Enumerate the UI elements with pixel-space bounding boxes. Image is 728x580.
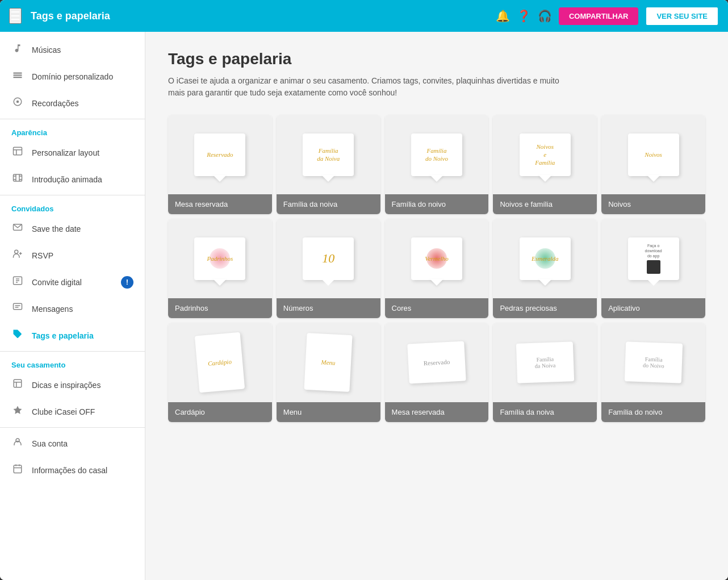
svg-rect-1 — [14, 74, 22, 76]
tag-icon — [11, 329, 24, 342]
sidebar-item-conta[interactable]: Sua conta — [0, 430, 145, 457]
sidebar-item-recordacoes[interactable]: Recordações — [0, 90, 145, 116]
card-cardapio[interactable]: Cardápio Cardápio — [168, 323, 272, 422]
app-header: ☰ Tags e papelaria 🔔 ❓ 🎧 COMPARTILHAR VE… — [0, 0, 728, 32]
card-familia-noiva-flat[interactable]: Famíliada Noiva Família da noiva — [493, 323, 597, 422]
section-convidados: Convidados — [0, 198, 145, 215]
svg-rect-2 — [14, 77, 22, 78]
card-noivos-familia[interactable]: NoivoseFamília Noivos e família — [493, 115, 597, 214]
sidebar-item-savethedate[interactable]: Save the date — [0, 215, 145, 242]
section-aparencia: Aparência — [0, 122, 145, 139]
recordacoes-icon — [11, 97, 24, 110]
card-label: Mesa reservada — [385, 402, 489, 422]
card-label: Padrinhos — [168, 298, 272, 318]
svg-marker-30 — [14, 406, 22, 414]
cards-row-3: Cardápio Cardápio Menu Menu — [168, 323, 705, 422]
ver-site-button[interactable]: VER SEU SITE — [645, 6, 719, 26]
card-mesa-reservada[interactable]: Reservado Mesa reservada — [168, 115, 272, 214]
envelope-icon — [11, 222, 24, 235]
cards-row-2: Padrinhos Padrinhos 10 Números — [168, 219, 705, 318]
convite-badge: ! — [121, 276, 133, 289]
card-label: Noivos — [601, 194, 705, 214]
layout-icon — [11, 146, 24, 159]
card-pedras[interactable]: Esmeralda Pedras preciosas — [493, 219, 597, 318]
page-title: Tags e papelaria — [168, 50, 705, 68]
card-label: Família da noiva — [493, 402, 597, 422]
sidebar-item-musicas[interactable]: Músicas — [0, 36, 145, 63]
svg-point-4 — [16, 101, 19, 103]
card-label: Pedras preciosas — [493, 298, 597, 318]
calendar-icon — [11, 464, 24, 477]
header-title: Tags e papelaria — [31, 10, 487, 22]
card-noivos[interactable]: Noivos Noivos — [601, 115, 705, 214]
main-content: Tags e papelaria O iCasei te ajuda a org… — [145, 32, 728, 580]
cards-row-1: Reservado Mesa reservada Famíliada Noiva… — [168, 115, 705, 214]
card-label: Família da noiva — [277, 194, 380, 214]
convite-icon — [11, 276, 24, 289]
card-label: Números — [277, 298, 380, 318]
card-label: Noivos e família — [493, 194, 597, 214]
menu-icon[interactable]: ☰ — [9, 8, 22, 24]
account-icon — [11, 437, 24, 450]
sidebar-item-dicas[interactable]: Dicas e inspirações — [0, 372, 145, 398]
sidebar-item-mensagens[interactable]: Mensagens — [0, 295, 145, 322]
person-add-icon — [11, 249, 24, 262]
sidebar-item-dominio[interactable]: Domínio personalizado — [0, 63, 145, 90]
svg-rect-5 — [14, 147, 22, 155]
card-padrinhos[interactable]: Padrinhos Padrinhos — [168, 219, 272, 318]
sidebar-item-informacoes[interactable]: Informações do casal — [0, 457, 145, 483]
card-familia-noiva-1[interactable]: Famíliada Noiva Família da noiva — [277, 115, 380, 214]
card-label: Mesa reservada — [168, 194, 272, 214]
page-description: O iCasei te ajuda a organizar e animar o… — [168, 75, 577, 99]
card-cores[interactable]: Vermelho Cores — [385, 219, 489, 318]
sidebar-item-convite[interactable]: Convite digital ! — [0, 269, 145, 295]
film-icon — [11, 173, 24, 186]
svg-rect-0 — [14, 73, 22, 74]
sidebar-item-rsvp[interactable]: RSVP — [0, 242, 145, 269]
domain-icon — [11, 70, 24, 83]
card-label: Cardápio — [168, 402, 272, 422]
card-mesa-reservada-flat[interactable]: Reservado Mesa reservada — [385, 323, 489, 422]
notification-icon[interactable]: 🔔 — [496, 9, 510, 23]
sidebar-item-personalizar[interactable]: Personalizar layout — [0, 139, 145, 166]
sidebar: Músicas Domínio personalizado Recordaçõe… — [0, 32, 145, 580]
header-icons: 🔔 ❓ 🎧 COMPARTILHAR VER SEU SITE — [496, 6, 719, 26]
card-label: Família do noivo — [601, 402, 705, 422]
svg-rect-32 — [14, 465, 22, 473]
card-label: Aplicativo — [601, 298, 705, 318]
card-familia-noivo-flat[interactable]: Famíliado Noivo Família do noivo — [601, 323, 705, 422]
section-casamento: Seu casamento — [0, 354, 145, 372]
book-icon — [11, 378, 24, 391]
svg-point-16 — [15, 250, 18, 253]
card-familia-noivo-1[interactable]: Famíliado Noivo Família do noivo — [385, 115, 489, 214]
star-icon — [11, 405, 24, 418]
svg-rect-8 — [14, 174, 22, 181]
compartilhar-button[interactable]: COMPARTILHAR — [559, 7, 638, 25]
card-aplicativo[interactable]: Faça odownloaddo app Aplicativo — [601, 219, 705, 318]
support-icon[interactable]: 🎧 — [538, 9, 552, 23]
sidebar-item-clube[interactable]: Clube iCasei OFF — [0, 398, 145, 425]
card-label: Família do noivo — [385, 194, 489, 214]
help-icon[interactable]: ❓ — [517, 9, 531, 23]
svg-rect-27 — [14, 379, 22, 387]
svg-rect-23 — [14, 303, 22, 310]
card-label: Menu — [277, 402, 380, 422]
card-numeros[interactable]: 10 Números — [277, 219, 380, 318]
sidebar-item-introducao[interactable]: Introdução animada — [0, 166, 145, 193]
message-icon — [11, 302, 24, 315]
music-icon — [11, 43, 24, 56]
card-menu[interactable]: Menu Menu — [277, 323, 380, 422]
card-label: Cores — [385, 298, 489, 318]
sidebar-item-tags[interactable]: Tags e papelaria — [0, 322, 145, 349]
